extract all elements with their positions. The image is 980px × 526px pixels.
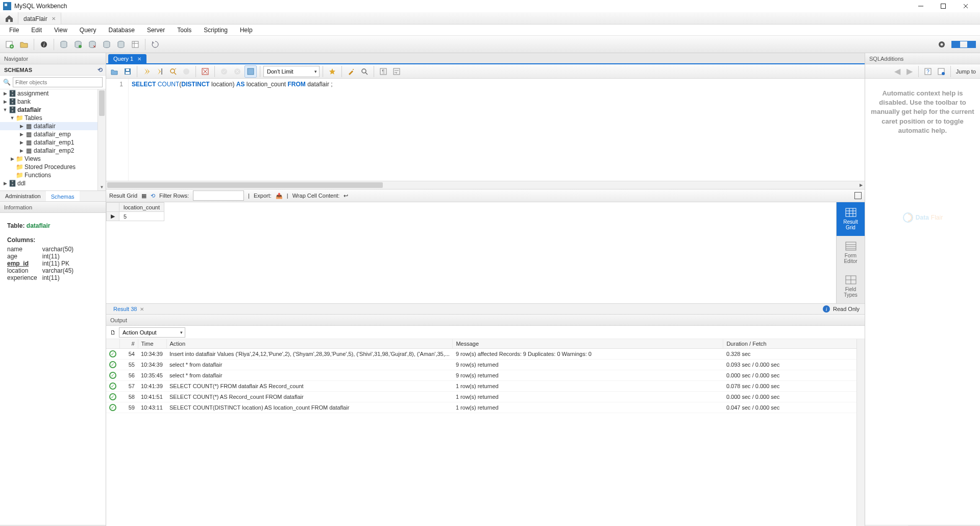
field-types-tab[interactable]: Field Types [837,270,865,303]
cell-value[interactable]: 5 [119,212,164,221]
db-icon-3-button[interactable] [86,38,99,51]
col-location-count[interactable]: location_count [119,203,164,212]
output-clear-icon[interactable]: 🗋 [110,329,116,336]
db-icon-6-button[interactable] [129,38,142,51]
open-sql-file-button[interactable] [17,38,31,51]
open-file-button[interactable] [108,65,120,78]
menu-server[interactable]: Server [141,25,171,35]
db-icon-7-button[interactable] [149,38,162,51]
col-duration[interactable]: Duration / Fetch [723,339,865,349]
menu-view[interactable]: View [48,25,74,35]
auto-help-button[interactable] [935,65,947,78]
menu-help[interactable]: Help [234,25,259,35]
help-icon-button[interactable]: ? [922,65,934,78]
tree-t4[interactable]: dataflair_emp2 [33,147,74,154]
toggle-wrap-button[interactable] [390,65,403,78]
svg-text:¶: ¶ [382,69,384,75]
connection-tab-close[interactable]: ✕ [52,16,56,21]
schema-tree[interactable]: ▶🗄️assignment ▶🗄️bank ▼🗄️dataflair ▼📁Tab… [0,89,106,190]
stop-button[interactable] [180,65,192,78]
refresh-result-icon[interactable]: ⟲ [151,193,155,199]
toggle-autocommit-button[interactable] [199,65,211,78]
settings-button[interactable] [935,38,948,51]
editor-hscrollbar[interactable]: ◀▶ [106,181,865,189]
tree-bank[interactable]: bank [16,98,31,105]
menu-database[interactable]: Database [103,25,141,35]
nav-fwd-icon[interactable]: ▶ [904,66,915,77]
find-button[interactable] [358,65,371,78]
menu-tools[interactable]: Tools [171,25,198,35]
pin-result-icon[interactable] [854,192,862,199]
db-icon-4-button[interactable] [100,38,113,51]
jump-to-label[interactable]: Jump to [954,68,978,75]
tree-assignment[interactable]: assignment [16,90,48,97]
tree-ddl[interactable]: ddl [16,180,26,187]
window-close-button[interactable] [954,0,977,12]
navigator-title: Navigator [0,53,106,64]
svg-point-25 [170,69,175,73]
query-tab-close[interactable]: ✕ [137,56,141,62]
output-type-dropdown[interactable]: Action Output [119,327,185,338]
col-message[interactable]: Message [453,339,723,349]
beautify-button[interactable] [345,65,357,78]
tree-t1[interactable]: dataflair [33,123,56,130]
home-button[interactable] [0,12,18,24]
sql-editor[interactable]: 1 SELECT COUNT(DISTINCT location) AS loc… [106,79,865,181]
wrap-icon[interactable]: ↩ [344,193,348,199]
result-grid[interactable]: location_count ▶5 [106,202,836,303]
window-maximize-button[interactable] [932,0,954,12]
result-tab[interactable]: Result 38✕ [109,306,148,312]
menu-edit[interactable]: Edit [25,25,48,35]
pane-toggle[interactable] [951,41,976,48]
menu-file[interactable]: File [3,25,25,35]
editor-code[interactable]: SELECT COUNT(DISTINCT location) AS locat… [129,79,336,181]
db-icon-2-button[interactable] [71,38,85,51]
col-num[interactable]: # [119,339,138,349]
window-minimize-button[interactable] [910,0,932,12]
row-selector[interactable]: ▶ [107,212,119,221]
filter-objects-input[interactable] [13,77,103,87]
filter-rows-input[interactable] [193,190,244,201]
output-scrollbar[interactable] [856,339,865,526]
col-action[interactable]: Action [166,339,453,349]
tree-views[interactable]: Views [23,155,41,162]
result-tab-close[interactable]: ✕ [140,306,144,312]
inspector-button[interactable]: i [37,38,51,51]
tree-scrollbar[interactable]: ▲▼ [97,89,106,190]
db-icon-5-button[interactable] [114,38,128,51]
export-icon[interactable]: 📤 [276,193,283,199]
tree-tables[interactable]: Tables [23,114,42,122]
grid-view-icon[interactable]: ▦ [141,193,146,199]
execute-current-button[interactable] [154,65,166,78]
connection-tab[interactable]: dataFlair ✕ [18,12,61,24]
limit-dropdown[interactable]: Don't Limit [263,66,320,77]
tree-t3[interactable]: dataflair_emp1 [33,139,74,146]
toggle-limit-button[interactable] [244,65,257,78]
menu-scripting[interactable]: Scripting [198,25,234,35]
explain-button[interactable] [167,65,179,78]
save-button[interactable] [121,65,134,78]
favorite-button[interactable] [326,65,338,78]
commit-button[interactable] [218,65,230,78]
toggle-invisible-button[interactable]: ¶ [377,65,389,78]
new-sql-tab-button[interactable] [3,38,16,51]
menu-query[interactable]: Query [74,25,103,35]
tree-fn[interactable]: Functions [23,172,51,179]
tab-schemas[interactable]: Schemas [46,191,80,201]
execute-button[interactable] [140,65,153,78]
svg-text:?: ? [926,69,929,75]
col-time[interactable]: Time [138,339,166,349]
schemas-refresh-icon[interactable]: ⟲ [97,66,103,74]
output-grid[interactable]: # Time Action Message Duration / Fetch ✓… [106,339,865,526]
nav-back-icon[interactable]: ◀ [892,66,903,77]
rollback-button[interactable] [231,65,243,78]
tree-dataflair[interactable]: dataflair [16,106,41,113]
db-icon-1-button[interactable] [57,38,70,51]
tree-sp[interactable]: Stored Procedures [23,163,76,171]
form-editor-tab[interactable]: Form Editor [837,236,865,270]
query-tab[interactable]: Query 1✕ [108,54,146,63]
tree-t2[interactable]: dataflair_emp [33,131,71,138]
tab-administration[interactable]: Administration [0,191,46,201]
result-grid-tab[interactable]: Result Grid [837,202,865,236]
result-side-tabs: Result Grid Form Editor Field Types [836,202,865,303]
